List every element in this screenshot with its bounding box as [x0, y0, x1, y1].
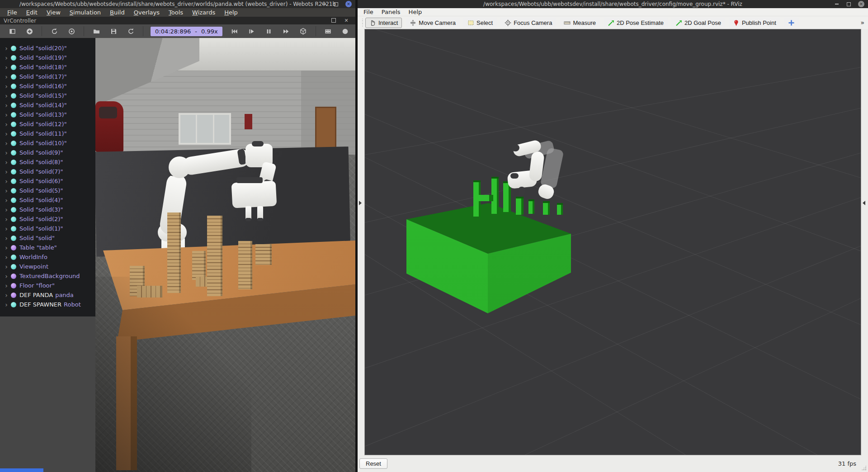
rviz-3d-viewport[interactable] [364, 29, 861, 455]
tree-row[interactable]: Solid "solid(6)" [0, 176, 95, 186]
tree-row[interactable]: Solid "solid(18)" [0, 62, 95, 72]
chevron-right-icon[interactable] [3, 121, 10, 128]
menu-item[interactable]: Help [220, 8, 242, 17]
chevron-right-icon[interactable] [3, 130, 10, 137]
chevron-right-icon[interactable] [3, 197, 10, 204]
chevron-right-icon[interactable] [3, 273, 10, 280]
chevron-right-icon[interactable] [3, 292, 10, 299]
rviz-titlebar[interactable]: /workspaces/Webots/ubb/webotsdev/install… [358, 0, 868, 8]
vrcontroller-subwindow-bar[interactable]: VrController ✕ [0, 17, 355, 24]
tree-row[interactable]: Solid "solid(20)" [0, 43, 95, 53]
add-tool-button[interactable] [784, 18, 799, 28]
tree-row[interactable]: Solid "solid(8)" [0, 157, 95, 167]
pause-icon[interactable] [263, 25, 275, 37]
restore-viewpoint-icon[interactable] [48, 25, 60, 37]
reset-button[interactable]: Reset [359, 458, 387, 469]
menu-item[interactable]: Build [105, 8, 129, 17]
restore-icon[interactable] [846, 1, 852, 7]
menu-item[interactable]: Panels [377, 9, 405, 15]
chevron-right-icon[interactable] [3, 102, 10, 109]
tree-row[interactable]: Solid "solid(14)" [0, 100, 95, 110]
left-panel-expander-strip[interactable] [358, 29, 364, 455]
center-view-icon[interactable] [66, 25, 77, 37]
tree-row[interactable]: Floor "floor" [0, 281, 95, 290]
chevron-right-icon[interactable] [3, 168, 10, 175]
select-tool-button[interactable]: Select [463, 18, 497, 28]
tree-row[interactable]: Solid "solid(10)" [0, 138, 95, 148]
subwindow-close-icon[interactable]: ✕ [344, 18, 349, 23]
chevron-right-icon[interactable] [3, 187, 10, 194]
rendering-cube-icon[interactable] [297, 25, 309, 37]
chevron-right-icon[interactable] [3, 73, 10, 80]
tree-row[interactable]: TexturedBackground [0, 271, 95, 281]
menu-item[interactable]: Help [405, 9, 426, 15]
rewind-icon[interactable] [229, 25, 241, 37]
close-icon[interactable]: ✕ [345, 1, 352, 7]
chevron-right-icon[interactable] [3, 235, 10, 242]
measure-tool-button[interactable]: Measure [560, 18, 600, 28]
menu-item[interactable]: Tools [164, 8, 188, 17]
chevron-right-icon[interactable] [3, 263, 10, 270]
close-icon[interactable]: ✕ [858, 1, 864, 7]
menu-item[interactable]: Wizards [188, 8, 220, 17]
chevron-right-icon[interactable] [3, 45, 10, 52]
chevron-right-icon[interactable] [3, 149, 10, 156]
menu-item[interactable]: View [42, 8, 65, 17]
menu-item[interactable]: File [359, 9, 377, 15]
chevron-right-icon[interactable] [3, 111, 10, 118]
chevron-right-icon[interactable] [3, 83, 10, 90]
tree-row[interactable]: Solid "solid(16)" [0, 81, 95, 91]
tree-row[interactable]: DEF SPAWNER Robot [0, 300, 95, 309]
menu-item[interactable]: Overlays [129, 8, 164, 17]
add-node-icon[interactable] [24, 25, 35, 37]
focus-camera-tool-button[interactable]: Focus Camera [500, 18, 556, 28]
chevron-right-icon[interactable] [3, 92, 10, 99]
chevron-right-icon[interactable] [3, 244, 10, 251]
webots-titlebar[interactable]: /workspaces/Webots/ubb/webotsdev/install… [0, 0, 355, 8]
menu-item[interactable]: Simulation [65, 8, 105, 17]
chevron-right-icon[interactable] [3, 225, 10, 232]
tree-row[interactable]: Solid "solid(12)" [0, 119, 95, 129]
menu-item[interactable]: File [3, 8, 22, 17]
webots-3d-viewport[interactable] [95, 38, 355, 472]
tree-row[interactable]: Solid "solid(15)" [0, 91, 95, 100]
scene-tree-panel[interactable]: Solid "solid(20)" Solid "solid(19)" [0, 38, 95, 316]
record-icon[interactable] [340, 25, 351, 37]
chevron-right-icon[interactable] [3, 206, 10, 213]
expand-right-arrow-icon[interactable] [359, 201, 362, 205]
tree-row[interactable]: Solid "solid" [0, 233, 95, 243]
tree-row[interactable]: Solid "solid(9)" [0, 148, 95, 157]
tree-row[interactable]: Solid "solid(13)" [0, 110, 95, 119]
chevron-right-icon[interactable] [3, 178, 10, 185]
menu-item[interactable]: Edit [22, 8, 42, 17]
tree-row[interactable]: Solid "solid(4)" [0, 195, 95, 205]
chevron-right-icon[interactable] [3, 159, 10, 166]
chevron-right-icon[interactable] [3, 54, 10, 61]
open-world-icon[interactable] [90, 25, 102, 37]
goal-pose-tool-button[interactable]: 2D Goal Pose [671, 18, 725, 28]
chevron-right-icon[interactable] [3, 282, 10, 289]
tree-row[interactable]: Solid "solid(7)" [0, 167, 95, 176]
save-world-icon[interactable] [108, 25, 119, 37]
tree-row[interactable]: Solid "solid(5)" [0, 186, 95, 195]
expand-left-arrow-icon[interactable] [863, 201, 865, 205]
tree-row[interactable]: DEF PANDA panda [0, 290, 95, 300]
chevron-right-icon[interactable] [3, 301, 10, 308]
chevron-right-icon[interactable] [3, 254, 10, 261]
tree-row[interactable]: Solid "solid(11)" [0, 129, 95, 138]
fast-forward-icon[interactable] [280, 25, 292, 37]
tree-row[interactable]: Table "table" [0, 243, 95, 252]
tree-row[interactable]: Solid "solid(19)" [0, 53, 95, 62]
toolbar-drag-handle[interactable] [361, 19, 363, 27]
chevron-right-icon[interactable] [3, 140, 10, 147]
tree-row[interactable]: WorldInfo [0, 252, 95, 262]
subwindow-maximize-icon[interactable] [331, 18, 336, 23]
chevron-right-icon[interactable] [3, 64, 10, 71]
toolbar-overflow-chevron[interactable]: » [860, 19, 864, 26]
tree-row[interactable]: Viewpoint [0, 262, 95, 271]
tree-row[interactable]: Solid "solid(1)" [0, 224, 95, 233]
interact-tool-button[interactable]: Interact [365, 18, 402, 28]
tree-row[interactable]: Solid "solid(2)" [0, 214, 95, 224]
restore-icon[interactable] [333, 1, 339, 7]
tree-row[interactable]: Solid "solid(3)" [0, 205, 95, 214]
